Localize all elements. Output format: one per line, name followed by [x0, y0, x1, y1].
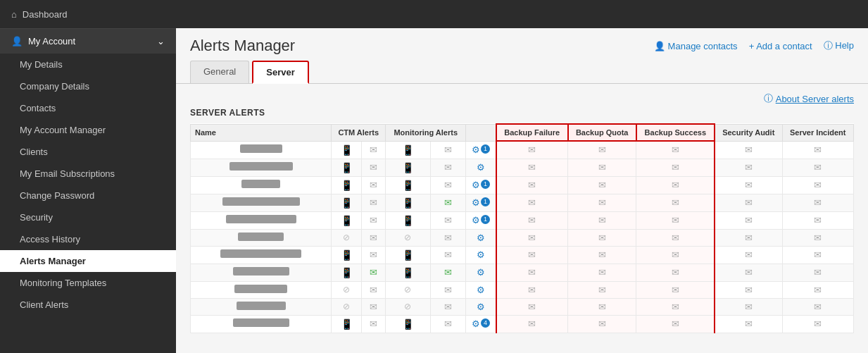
server-incident-cell[interactable]: ✉	[782, 211, 853, 229]
mon-mail-cell[interactable]: ✉	[430, 281, 466, 298]
ctm-mobile-cell[interactable]: 📱	[332, 194, 362, 211]
backup-quota-cell[interactable]: ✉	[568, 194, 636, 211]
backup-success-cell[interactable]: ✉	[636, 298, 715, 315]
tab-general[interactable]: General	[190, 61, 249, 83]
ctm-mail-cell[interactable]: ✉	[362, 141, 386, 159]
ctm-mobile-cell[interactable]: 📱	[332, 176, 362, 194]
mon-mail-cell[interactable]: ✉	[430, 315, 466, 333]
about-server-alerts-link[interactable]: About Server alerts	[776, 92, 854, 105]
gear-cell[interactable]: ⚙	[466, 246, 496, 264]
ctm-mobile-cell[interactable]: 📱	[332, 159, 362, 176]
mon-mail-cell[interactable]: ✉	[430, 176, 466, 194]
server-incident-cell[interactable]: ✉	[782, 229, 853, 246]
security-audit-cell[interactable]: ✉	[715, 159, 782, 176]
sidebar-item-monitoring-templates[interactable]: Monitoring Templates	[0, 272, 176, 294]
backup-failure-cell[interactable]: ✉	[496, 141, 568, 159]
tab-server[interactable]: Server	[252, 61, 308, 84]
security-audit-cell[interactable]: ✉	[715, 141, 782, 159]
mon-mobile-cell[interactable]: 📱	[386, 246, 430, 264]
ctm-mobile-cell[interactable]: 📱	[332, 246, 362, 264]
server-incident-cell[interactable]: ✉	[782, 264, 853, 281]
help-link[interactable]: ⓘ Help	[824, 39, 854, 52]
backup-failure-cell[interactable]: ✉	[496, 176, 568, 194]
backup-failure-cell[interactable]: ✉	[496, 159, 568, 176]
sidebar-my-account[interactable]: 👤 My Account ⌄	[0, 28, 176, 54]
add-contact-link[interactable]: + Add a contact	[749, 41, 812, 51]
ctm-mail-cell[interactable]: ✉	[362, 264, 386, 281]
server-incident-cell[interactable]: ✉	[782, 315, 853, 333]
security-audit-cell[interactable]: ✉	[715, 246, 782, 264]
backup-failure-cell[interactable]: ✉	[496, 229, 568, 246]
mon-mobile-cell[interactable]: 📱	[386, 176, 430, 194]
sidebar-item-security[interactable]: Security	[0, 206, 176, 228]
sidebar-item-alerts-manager[interactable]: Alerts Manager	[0, 250, 176, 272]
backup-success-cell[interactable]: ✉	[636, 246, 715, 264]
sidebar-item-company-details[interactable]: Company Details	[0, 75, 176, 97]
sidebar-item-contacts[interactable]: Contacts	[0, 97, 176, 119]
ctm-mobile-cell[interactable]: 📱	[332, 141, 362, 159]
manage-contacts-link[interactable]: 👤 Manage contacts	[654, 41, 738, 51]
backup-success-cell[interactable]: ✉	[636, 176, 715, 194]
ctm-mail-cell[interactable]: ✉	[362, 194, 386, 211]
ctm-mobile-cell[interactable]: 📱	[332, 315, 362, 333]
mon-mobile-cell[interactable]: ⊘	[386, 229, 430, 246]
server-incident-cell[interactable]: ✉	[782, 176, 853, 194]
sidebar-item-my-email-subscriptions[interactable]: My Email Subscriptions	[0, 163, 176, 185]
backup-failure-cell[interactable]: ✉	[496, 211, 568, 229]
ctm-mail-cell[interactable]: ✉	[362, 315, 386, 333]
server-incident-cell[interactable]: ✉	[782, 246, 853, 264]
server-incident-cell[interactable]: ✉	[782, 298, 853, 315]
gear-cell[interactable]: ⚙1	[466, 194, 496, 211]
mon-mail-cell[interactable]: ✉	[430, 141, 466, 159]
backup-quota-cell[interactable]: ✉	[568, 141, 636, 159]
home-icon[interactable]: ⌂	[11, 9, 17, 20]
security-audit-cell[interactable]: ✉	[715, 176, 782, 194]
security-audit-cell[interactable]: ✉	[715, 211, 782, 229]
backup-failure-cell[interactable]: ✉	[496, 298, 568, 315]
security-audit-cell[interactable]: ✉	[715, 298, 782, 315]
gear-cell[interactable]: ⚙	[466, 159, 496, 176]
backup-quota-cell[interactable]: ✉	[568, 159, 636, 176]
server-incident-cell[interactable]: ✉	[782, 141, 853, 159]
backup-quota-cell[interactable]: ✉	[568, 176, 636, 194]
mon-mobile-cell[interactable]: ⊘	[386, 281, 430, 298]
mon-mail-cell[interactable]: ✉	[430, 298, 466, 315]
mon-mail-cell[interactable]: ✉	[430, 264, 466, 281]
backup-success-cell[interactable]: ✉	[636, 159, 715, 176]
gear-cell[interactable]: ⚙1	[466, 211, 496, 229]
server-incident-cell[interactable]: ✉	[782, 281, 853, 298]
dashboard-label[interactable]: Dashboard	[23, 9, 68, 20]
ctm-mail-cell[interactable]: ✉	[362, 159, 386, 176]
ctm-mobile-cell[interactable]: ⊘	[332, 298, 362, 315]
security-audit-cell[interactable]: ✉	[715, 281, 782, 298]
backup-quota-cell[interactable]: ✉	[568, 281, 636, 298]
sidebar-item-my-account-manager[interactable]: My Account Manager	[0, 119, 176, 141]
mon-mobile-cell[interactable]: 📱	[386, 159, 430, 176]
sidebar-item-clients[interactable]: Clients	[0, 141, 176, 163]
backup-success-cell[interactable]: ✉	[636, 229, 715, 246]
backup-failure-cell[interactable]: ✉	[496, 246, 568, 264]
server-incident-cell[interactable]: ✉	[782, 194, 853, 211]
gear-cell[interactable]: ⚙	[466, 264, 496, 281]
ctm-mail-cell[interactable]: ✉	[362, 176, 386, 194]
backup-quota-cell[interactable]: ✉	[568, 211, 636, 229]
mon-mobile-cell[interactable]: 📱	[386, 141, 430, 159]
backup-failure-cell[interactable]: ✉	[496, 281, 568, 298]
backup-failure-cell[interactable]: ✉	[496, 315, 568, 333]
gear-cell[interactable]: ⚙1	[466, 141, 496, 159]
backup-quota-cell[interactable]: ✉	[568, 229, 636, 246]
backup-quota-cell[interactable]: ✉	[568, 315, 636, 333]
ctm-mobile-cell[interactable]: ⊘	[332, 229, 362, 246]
ctm-mail-cell[interactable]: ✉	[362, 211, 386, 229]
sidebar-item-my-details[interactable]: My Details	[0, 54, 176, 75]
sidebar-item-access-history[interactable]: Access History	[0, 228, 176, 250]
mon-mail-cell[interactable]: ✉	[430, 159, 466, 176]
backup-success-cell[interactable]: ✉	[636, 141, 715, 159]
ctm-mail-cell[interactable]: ✉	[362, 298, 386, 315]
mon-mail-cell[interactable]: ✉	[430, 246, 466, 264]
ctm-mobile-cell[interactable]: ⊘	[332, 281, 362, 298]
ctm-mail-cell[interactable]: ✉	[362, 281, 386, 298]
backup-success-cell[interactable]: ✉	[636, 264, 715, 281]
mon-mobile-cell[interactable]: 📱	[386, 315, 430, 333]
backup-success-cell[interactable]: ✉	[636, 281, 715, 298]
